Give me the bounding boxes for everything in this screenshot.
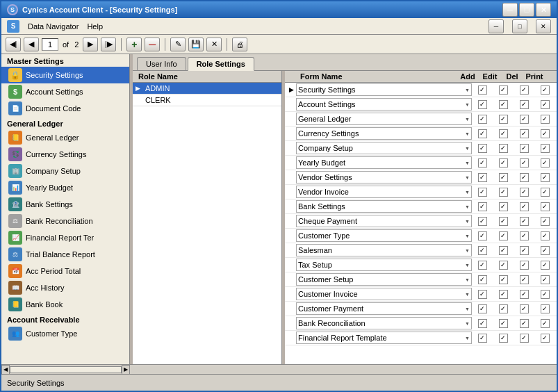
form-del-checkbox[interactable] — [520, 319, 529, 328]
role-row-admin[interactable]: ▶ ADMIN — [133, 83, 281, 95]
form-add-checkbox[interactable] — [478, 261, 487, 270]
sidebar-item-bank-settings[interactable]: 🏦 Bank Settings — [1, 196, 129, 213]
sidebar-item-account-settings[interactable]: $ Account Settings — [1, 83, 129, 100]
sidebar-item-financial-report-ter[interactable]: 📈 Financial Report Ter — [1, 229, 129, 246]
form-print-checkbox[interactable] — [541, 202, 550, 211]
form-add-checkbox[interactable] — [478, 173, 487, 182]
form-del-checkbox[interactable] — [520, 304, 529, 313]
form-add-checkbox[interactable] — [478, 334, 487, 343]
form-edit-checkbox[interactable] — [499, 188, 508, 197]
form-add-checkbox[interactable] — [478, 275, 487, 284]
form-del-checkbox[interactable] — [520, 261, 529, 270]
form-print-checkbox[interactable] — [541, 231, 550, 240]
form-print-checkbox[interactable] — [541, 246, 550, 255]
edit-button[interactable]: ✎ — [170, 38, 186, 51]
form-name-select[interactable]: Currency Settings — [296, 127, 472, 140]
form-print-checkbox[interactable] — [541, 217, 550, 226]
form-edit-checkbox[interactable] — [499, 290, 508, 299]
form-add-checkbox[interactable] — [478, 129, 487, 138]
form-print-checkbox[interactable] — [541, 304, 550, 313]
form-print-checkbox[interactable] — [541, 334, 550, 343]
form-print-checkbox[interactable] — [541, 85, 550, 95]
add-button[interactable]: + — [126, 38, 142, 51]
form-edit-checkbox[interactable] — [499, 173, 508, 182]
cancel-button[interactable]: ✕ — [206, 38, 222, 51]
form-print-checkbox[interactable] — [541, 290, 550, 299]
form-add-checkbox[interactable] — [478, 246, 487, 255]
form-add-checkbox[interactable] — [478, 202, 487, 211]
form-del-checkbox[interactable] — [520, 144, 529, 153]
form-add-checkbox[interactable] — [478, 115, 487, 124]
nav-next-button[interactable]: ▶ — [83, 38, 98, 51]
form-name-select[interactable]: Customer Invoice — [296, 288, 472, 300]
form-edit-checkbox[interactable] — [499, 334, 508, 343]
form-name-select[interactable]: Customer Setup — [296, 273, 472, 286]
form-add-checkbox[interactable] — [478, 100, 487, 109]
form-del-checkbox[interactable] — [520, 100, 529, 109]
form-name-select[interactable]: Customer Type — [296, 229, 472, 242]
sidebar-item-currency-settings[interactable]: 💱 Currency Settings — [1, 146, 129, 163]
sidebar-item-bank-reconciliation[interactable]: ⚖ Bank Reconciliation — [1, 213, 129, 229]
form-edit-checkbox[interactable] — [499, 231, 508, 240]
form-name-select[interactable]: General Ledger — [296, 113, 472, 125]
nav-prev-button[interactable]: ◀ — [24, 38, 39, 51]
form-edit-checkbox[interactable] — [499, 202, 508, 211]
form-del-checkbox[interactable] — [520, 188, 529, 197]
form-name-select[interactable]: Cheque Payment — [296, 215, 472, 227]
tab-role-settings[interactable]: Role Settings — [188, 57, 254, 71]
form-name-select[interactable]: Security Settings — [296, 83, 472, 96]
form-print-checkbox[interactable] — [541, 261, 550, 270]
form-print-checkbox[interactable] — [541, 188, 550, 197]
form-del-checkbox[interactable] — [520, 173, 529, 182]
nav-last-button[interactable]: |▶ — [101, 38, 116, 51]
menu-data-navigator[interactable]: Data Navigator — [28, 22, 79, 31]
form-edit-checkbox[interactable] — [499, 261, 508, 270]
form-add-checkbox[interactable] — [478, 85, 487, 95]
form-print-checkbox[interactable] — [541, 158, 550, 168]
form-add-checkbox[interactable] — [478, 217, 487, 226]
form-edit-checkbox[interactable] — [499, 129, 508, 138]
form-name-select[interactable]: Vendor Invoice — [296, 186, 472, 198]
form-print-checkbox[interactable] — [541, 129, 550, 138]
menu-close-btn[interactable]: ✕ — [536, 19, 551, 33]
form-print-checkbox[interactable] — [541, 115, 550, 124]
form-del-checkbox[interactable] — [520, 202, 529, 211]
form-del-checkbox[interactable] — [520, 158, 529, 168]
form-del-checkbox[interactable] — [520, 334, 529, 343]
form-print-checkbox[interactable] — [541, 319, 550, 328]
form-name-select[interactable]: Bank Reconciliation — [296, 317, 472, 329]
form-name-select[interactable]: Vendor Settings — [296, 171, 472, 183]
form-name-select[interactable]: Company Setup — [296, 142, 472, 154]
form-edit-checkbox[interactable] — [499, 100, 508, 109]
form-add-checkbox[interactable] — [478, 231, 487, 240]
form-edit-checkbox[interactable] — [499, 304, 508, 313]
save-button[interactable]: 💾 — [188, 38, 204, 51]
sidebar-item-security-settings[interactable]: 🔒 Security Settings — [1, 67, 129, 83]
sidebar-item-trial-balance-report[interactable]: ⚖ Trial Balance Report — [1, 246, 129, 263]
form-del-checkbox[interactable] — [520, 275, 529, 284]
form-print-checkbox[interactable] — [541, 275, 550, 284]
form-edit-checkbox[interactable] — [499, 275, 508, 284]
sidebar-item-acc-history[interactable]: 📖 Acc History — [1, 279, 129, 296]
form-del-checkbox[interactable] — [520, 290, 529, 299]
form-name-select[interactable]: Salesman — [296, 244, 472, 256]
form-add-checkbox[interactable] — [478, 319, 487, 328]
form-name-select[interactable]: Financial Report Template — [296, 332, 472, 344]
form-name-select[interactable]: Yearly Budget — [296, 156, 472, 169]
form-edit-checkbox[interactable] — [499, 246, 508, 255]
form-add-checkbox[interactable] — [478, 158, 487, 168]
hscroll-left-btn[interactable]: ◀ — [1, 365, 10, 375]
role-row-clerk[interactable]: CLERK — [133, 95, 281, 106]
form-print-checkbox[interactable] — [541, 173, 550, 182]
sidebar-item-company-setup[interactable]: 🏢 Company Setup — [1, 163, 129, 179]
form-del-checkbox[interactable] — [520, 246, 529, 255]
sidebar-item-bank-book[interactable]: 📒 Bank Book — [1, 296, 129, 313]
form-print-checkbox[interactable] — [541, 144, 550, 153]
hscroll-right-btn[interactable]: ▶ — [122, 365, 130, 375]
minimize-button[interactable]: ─ — [502, 3, 518, 17]
form-add-checkbox[interactable] — [478, 304, 487, 313]
form-del-checkbox[interactable] — [520, 85, 529, 95]
menu-help[interactable]: Help — [87, 22, 103, 31]
form-edit-checkbox[interactable] — [499, 144, 508, 153]
sidebar-item-customer-type[interactable]: 👥 Customer Type — [1, 325, 129, 342]
